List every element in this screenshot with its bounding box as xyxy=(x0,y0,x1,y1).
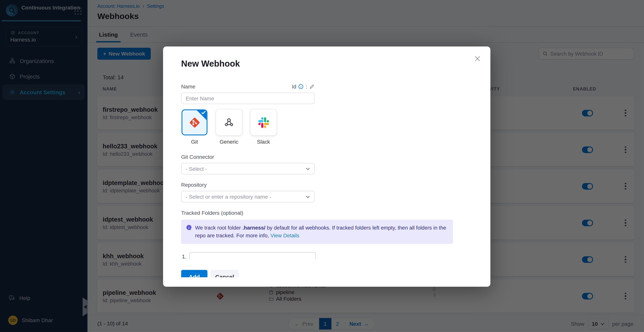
type-card-slack[interactable] xyxy=(250,109,276,135)
git-logo-icon xyxy=(188,116,201,129)
info-icon[interactable] xyxy=(298,84,304,89)
id-colon: : xyxy=(306,83,307,90)
type-card-git[interactable] xyxy=(182,109,208,135)
type-label-slack: Slack xyxy=(257,139,270,145)
tracked-folders-label: Tracked Folders (optional) xyxy=(181,210,453,216)
git-connector-select[interactable]: - Select - xyxy=(181,163,314,175)
modal-actions: Add Cancel xyxy=(181,270,453,277)
webhook-name-input[interactable] xyxy=(181,93,314,104)
repository-label: Repository xyxy=(181,182,453,188)
close-icon[interactable] xyxy=(473,54,482,63)
tracked-folder-input[interactable] xyxy=(189,252,316,259)
tracked-folders-info-banner: We track root folder .harness/ by defaul… xyxy=(181,220,453,244)
webhook-icon xyxy=(224,117,235,128)
name-label: Name xyxy=(181,83,195,90)
info-icon xyxy=(186,225,192,230)
type-label-git: Git xyxy=(191,139,198,145)
webhook-type-selector: Git Generic xyxy=(181,109,453,145)
app-root: Continuous Integration ACCOUNT Harness.i… xyxy=(0,0,644,332)
git-connector-label: Git Connector xyxy=(181,154,453,160)
slack-logo-icon xyxy=(258,117,269,128)
check-icon xyxy=(201,111,206,114)
id-label: Id xyxy=(292,83,296,90)
add-button[interactable]: Add xyxy=(181,270,208,277)
id-group: Id : xyxy=(292,83,314,90)
new-webhook-modal: New Webhook Name Id : xyxy=(163,47,490,287)
repository-select[interactable]: - Select or enter a repository name - xyxy=(181,191,314,202)
new-webhook-form: Name Id : xyxy=(181,83,453,277)
chevron-down-icon xyxy=(306,195,310,198)
edit-pencil-icon[interactable] xyxy=(309,84,314,89)
tracked-folder-row: 1. xyxy=(181,252,453,259)
view-details-link[interactable]: View Details xyxy=(270,232,299,239)
type-card-generic[interactable] xyxy=(216,109,242,135)
chevron-down-icon xyxy=(306,167,310,170)
info-text: We track root folder .harness/ by defaul… xyxy=(195,224,447,239)
modal-title: New Webhook xyxy=(181,59,490,69)
folder-index: 1. xyxy=(182,253,186,259)
type-label-generic: Generic xyxy=(220,139,238,145)
cancel-button[interactable]: Cancel xyxy=(211,270,238,277)
